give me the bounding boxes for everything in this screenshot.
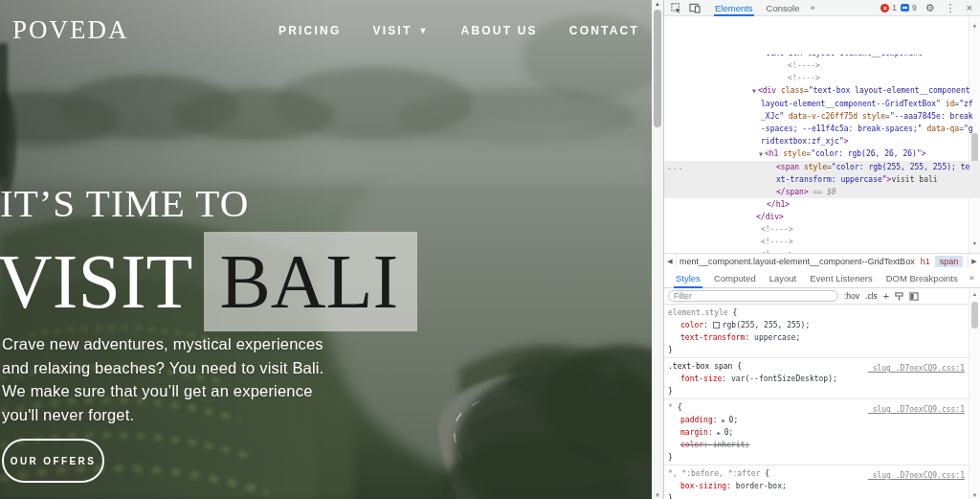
tree-line[interactable]: <!----> [664, 248, 980, 253]
hero-heading: VISITBALI [0, 232, 417, 331]
breadcrumb-right-arrow-icon[interactable]: ▶ [968, 254, 980, 269]
color-swatch[interactable] [713, 322, 720, 329]
styles-scrollbar[interactable]: ▲ ▼ [969, 288, 980, 499]
code-token: > [922, 149, 926, 158]
site-logo[interactable]: POVEDA [12, 15, 129, 45]
style-rule[interactable]: *, *:before, *:after {_slug_.D7oexCQ9.cs… [664, 465, 969, 499]
tree-line[interactable]: <!----> [664, 223, 980, 236]
inspect-element-icon[interactable] [670, 2, 682, 13]
devtools-toolbar: Elements Console » × 1 9 ⚙ ⋮ × [664, 0, 980, 16]
breadcrumb-h1[interactable]: h1 [921, 257, 930, 266]
close-devtools-icon[interactable]: × [962, 2, 975, 13]
style-property[interactable]: color: inherit; [664, 439, 969, 451]
scroll-up-icon[interactable]: ▲ [969, 291, 980, 297]
code-token: ▼ [752, 87, 756, 95]
expand-shorthand-icon[interactable]: ▶ [722, 417, 728, 423]
styles-tab-styles[interactable]: Styles [670, 268, 706, 288]
code-token: id [946, 100, 955, 108]
style-rule[interactable]: .text-box span {_slug_.D7oexCQ9.css:1fon… [664, 358, 969, 399]
code-token: <!----> [761, 250, 793, 253]
styles-tab-dom-breakpoints[interactable]: DOM Breakpoints [880, 268, 964, 288]
breadcrumb-span-selected[interactable]: span [935, 256, 964, 267]
settings-gear-icon[interactable]: ⚙ [921, 2, 940, 14]
tree-line[interactable]: ▼<h1 style="color: rgb(26, 26, 26)"> [664, 147, 980, 161]
stylesheet-source-link[interactable]: _slug_.D7oexCQ9.css:1 [868, 362, 965, 374]
tree-line[interactable]: <!----> [664, 236, 980, 248]
code-token: data-v-c26ff75d [789, 112, 858, 121]
tree-line[interactable]: layout-element__component--GridTextBox" … [664, 98, 980, 110]
code-token: <span [776, 163, 799, 171]
chevron-down-icon: ▼ [418, 26, 429, 35]
stylesheet-source-link[interactable]: _slug_.D7oexCQ9.css:1 [868, 469, 965, 482]
scroll-up-icon[interactable]: ▲ [969, 19, 980, 32]
new-style-rule-icon[interactable]: + [883, 291, 889, 301]
tree-line[interactable]: </div> [664, 211, 980, 223]
nav-item-about-us[interactable]: ABOUT US [461, 24, 538, 37]
rendering-emulation-icon[interactable] [895, 292, 903, 301]
code-token: _XJc" [761, 112, 784, 121]
style-rule[interactable]: * {_slug_.D7oexCQ9.css:1padding: ▶ 0;mar… [664, 399, 969, 465]
tree-line[interactable]: </span> == $0 [664, 186, 980, 198]
code-token: </span> [776, 188, 809, 196]
styles-tab-event-listeners[interactable]: Event Listeners [804, 268, 878, 288]
computed-sidebar-toggle-icon[interactable] [909, 292, 919, 301]
more-styles-tabs-icon[interactable]: » [966, 273, 978, 283]
scroll-down-icon[interactable]: ▼ [652, 492, 663, 498]
tree-line[interactable]: ▼<div class="text-box layout-element__co… [664, 84, 980, 98]
nav-label: CONTACT [569, 24, 639, 37]
nav-item-contact[interactable]: CONTACT [569, 24, 639, 37]
tree-line[interactable]: ridtextbox:zf_xjc"> [664, 135, 980, 147]
breadcrumb-left-arrow-icon[interactable]: ◀ [664, 254, 677, 269]
code-token: layout-element__component--GridTextBox" [761, 100, 941, 108]
tree-line[interactable]: _XJc" data-v-c26ff75d style="--aaa7845e:… [664, 110, 980, 123]
device-toolbar-icon[interactable] [688, 2, 701, 13]
stylesheet-source-link[interactable]: _slug_.D7oexCQ9.css:1 [868, 403, 965, 416]
tree-line[interactable]: ...<span style="color: rgb(255, 255, 255… [664, 161, 980, 173]
tab-console[interactable]: Console [760, 0, 807, 16]
node-actions-icon[interactable]: ... [667, 161, 683, 173]
page-scrollbar[interactable]: ▲ ▼ [652, 0, 663, 499]
nav-item-pricing[interactable]: PRICING [278, 24, 341, 37]
tree-line[interactable]: <!----> [664, 59, 980, 72]
error-badge[interactable]: × 1 [880, 3, 897, 12]
expand-shorthand-icon[interactable]: ▶ [718, 429, 724, 436]
issues-icon [901, 4, 909, 11]
code-token: ▼ [759, 150, 763, 158]
styles-tab-computed[interactable]: Computed [708, 268, 762, 288]
style-property[interactable]: text-transform: uppercase; [664, 331, 969, 344]
code-token: style [783, 149, 806, 158]
style-property[interactable]: color: rgb(255, 255, 255); [664, 319, 969, 331]
code-token: <!----> [761, 238, 793, 246]
tree-line[interactable]: xt-transform: uppercase">visit bali [664, 173, 980, 186]
issues-badge[interactable]: 9 [901, 3, 917, 12]
styles-tab-layout[interactable]: Layout [764, 268, 803, 288]
code-token: "--aaa7845e: break [890, 112, 973, 121]
close-brace: } [664, 385, 969, 397]
nav-label: PRICING [278, 24, 341, 37]
nav-item-visit[interactable]: VISIT▼ [372, 24, 429, 37]
toggle-hover-state[interactable]: :hov [844, 291, 859, 301]
scroll-up-icon[interactable]: ▲ [652, 1, 663, 7]
tree-line[interactable]: <!----> [664, 72, 980, 84]
hero-heading-highlighted: BALI [204, 232, 417, 331]
tab-elements[interactable]: Elements [708, 0, 760, 16]
tree-line[interactable]: -spaces; --e11f4c5a: break-spaces;" data… [664, 123, 980, 135]
devtools-panel: Elements Console » × 1 9 ⚙ ⋮ × ▲ [663, 0, 980, 499]
styles-tab-strip: StylesComputedLayoutEvent ListenersDOM B… [664, 268, 980, 288]
styles-scrollbar-thumb[interactable] [971, 302, 978, 329]
scroll-down-icon[interactable]: ▼ [969, 492, 980, 498]
kebab-menu-icon[interactable]: ⋮ [944, 2, 958, 14]
open-brace: { [732, 362, 742, 371]
style-rule[interactable]: element.style {color: rgb(255, 255, 255)… [664, 305, 969, 358]
our-offers-button[interactable]: OUR OFFERS [2, 439, 104, 483]
toggle-element-classes[interactable]: .cls [865, 291, 878, 301]
breadcrumb-path[interactable]: ment__component.layout-element__componen… [679, 257, 915, 266]
open-brace: { [728, 308, 738, 317]
tree-line[interactable]: </h1> [664, 198, 980, 211]
style-property[interactable]: margin: ▶ 0; [664, 426, 969, 439]
code-token: class [781, 86, 804, 95]
styles-filter-input[interactable] [668, 290, 838, 302]
page-scrollbar-thumb[interactable] [654, 10, 661, 127]
more-tabs-icon[interactable]: » [806, 3, 818, 12]
rule-selector: *:after [728, 469, 761, 478]
